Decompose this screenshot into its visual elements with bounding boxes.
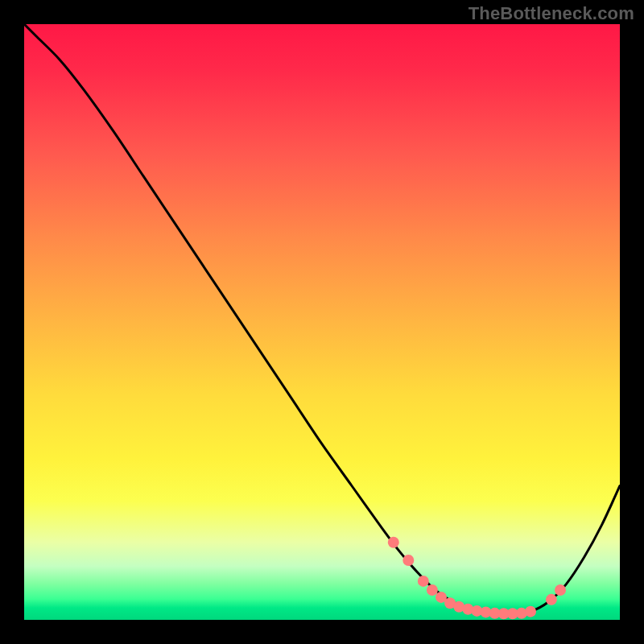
data-marker bbox=[427, 584, 438, 596]
chart-svg bbox=[24, 24, 620, 620]
data-marker bbox=[418, 576, 429, 587]
data-marker bbox=[525, 606, 536, 617]
chart-stage: TheBottleneck.com bbox=[0, 0, 644, 644]
data-marker bbox=[546, 594, 557, 605]
plot-area bbox=[24, 24, 620, 620]
watermark-text: TheBottleneck.com bbox=[469, 3, 634, 24]
bottleneck-curve bbox=[24, 24, 620, 614]
data-marker bbox=[555, 584, 566, 596]
data-marker bbox=[388, 537, 399, 548]
data-marker bbox=[402, 555, 414, 566]
